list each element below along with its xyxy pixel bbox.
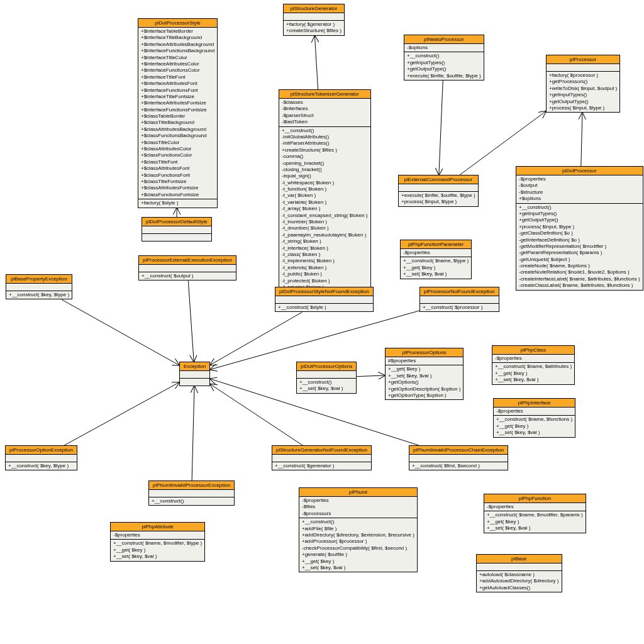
class-methods: +__construct( $key, $type ): [6, 291, 72, 299]
class-title: plDotProcessorDefaultStyle: [142, 218, 211, 226]
class-methods: +__construct( $name, $modifier, $type )+…: [111, 540, 204, 560]
class-plProcessorExternalExecutionException: plProcessorExternalExecutionException +_…: [138, 255, 236, 280]
class-plDotProcessorStyleNotFoundException: plDotProcessorStyleNotFoundException +__…: [275, 287, 374, 312]
edge: [210, 312, 302, 365]
class-attributes: [420, 296, 499, 304]
class-methods: +__construct()+__set( $key, $val ): [297, 379, 356, 393]
class-methods: +__construct( $style ): [275, 304, 373, 311]
class-plDotProcessorDefaultStyle: plDotProcessorDefaultStyle: [142, 217, 212, 242]
class-plBasePropertyException: plBasePropertyException +__construct( $k…: [6, 274, 72, 299]
class-title: Exception: [180, 362, 209, 371]
class-plPhpAttribute: plPhpAttribute-$properties+__construct( …: [110, 522, 205, 562]
class-title: plDotProcessorOptions: [297, 362, 356, 371]
class-plDotProcessorOptions: plDotProcessorOptions +__construct()+__s…: [296, 362, 357, 394]
class-attributes: [275, 296, 373, 304]
edge: [64, 382, 179, 445]
class-attributes: [6, 455, 77, 462]
class-attributes: [180, 371, 209, 379]
class-title: plPhpInterface: [494, 399, 575, 408]
class-methods: +__construct()-initGlobalAttributes()-in…: [279, 127, 370, 311]
class-title: plPhpAttribute: [111, 523, 204, 531]
class-attributes: -$properties: [111, 531, 204, 540]
class-methods: +__get( $key )+__set( $key, $val )+getOp…: [386, 365, 463, 399]
class-methods: +__construct()+getInputTypes()+getOutput…: [404, 52, 484, 80]
class-plPhumlInvalidProcessorChainException: plPhumlInvalidProcessorChainException +_…: [409, 445, 508, 470]
class-methods: +__construct( $key, $type ): [6, 462, 77, 470]
edge: [460, 111, 546, 175]
class-plExternalCommandProcessor: plExternalCommandProcessor +execute( $in…: [398, 175, 479, 207]
class-attributes: [284, 13, 344, 21]
class-plBase: plBase +autoload( $classname )+addAutolo…: [476, 554, 562, 592]
class-plProcessorOptionException: plProcessorOptionException +__construct(…: [5, 445, 77, 470]
class-methods: +factory( $processor )+getProcessors()+w…: [547, 72, 619, 112]
class-title: plBase: [477, 555, 562, 564]
edge: [357, 375, 385, 377]
class-methods: +__construct()+addFile( $file )+addDirec…: [299, 518, 417, 572]
class-attributes: -$properties: [492, 355, 574, 363]
class-title: plPhpFunction: [484, 494, 586, 503]
class-title: plProcessorOptions: [386, 348, 463, 357]
class-methods: +__construct( $first, $second ): [409, 462, 508, 470]
class-plPhumlInvalidProcessorException: plPhumlInvalidProcessorException +__cons…: [148, 480, 235, 506]
class-title: plNeatoProcessor: [404, 35, 484, 44]
class-title: plStructureTokenizerGenerator: [279, 90, 370, 99]
class-title: plDotProcessor: [516, 167, 643, 175]
class-plProcessorOptions: plProcessorOptions#$properties+__get( $k…: [385, 348, 464, 400]
edge: [62, 299, 179, 365]
edge: [314, 36, 318, 89]
class-attributes: -$properties: [401, 249, 471, 257]
class-methods: +__construct( $name, $type )+__get( $key…: [401, 257, 471, 278]
class-title: plPhpFunctionParameter: [401, 240, 471, 249]
class-methods: +factory( $style ): [138, 199, 217, 207]
class-plStructureGenerator: plStructureGenerator +factory( $generato…: [283, 4, 345, 36]
class-methods: +__construct( $name, $modifier, $params …: [484, 511, 586, 532]
class-methods: [142, 234, 211, 241]
class-methods: +__construct( $processor ): [420, 304, 499, 311]
class-methods: +__construct( $name, $functions )+__get(…: [494, 416, 575, 436]
class-attributes: -$properties: [484, 503, 586, 511]
class-attributes: [409, 455, 508, 462]
class-plPhpFunctionParameter: plPhpFunctionParameter-$properties+__con…: [400, 240, 472, 279]
class-plPhpClass: plPhpClass-$properties+__construct( $nam…: [492, 345, 575, 385]
edge: [188, 280, 194, 362]
class-title: plPhuml: [299, 488, 417, 497]
class-title: plPhpClass: [492, 346, 574, 355]
class-attributes: [149, 490, 234, 497]
edge: [192, 386, 194, 480]
class-plDotProcessor: plDotProcessor-$properties-$output-$stru…: [516, 166, 643, 291]
class-methods: [180, 379, 209, 386]
class-Exception: Exception: [179, 362, 210, 386]
class-attributes: -$classes-$interfaces-$parserStruct-$las…: [279, 99, 370, 127]
class-title: plStructureGeneratorNotFoundException: [272, 446, 371, 455]
class-attributes: -$options: [404, 44, 484, 52]
class-plStructureTokenizerGenerator: plStructureTokenizerGenerator-$classes-$…: [279, 89, 371, 312]
class-methods: +__construct(): [149, 497, 234, 505]
class-attributes: [547, 64, 619, 72]
class-attributes: [139, 265, 236, 272]
class-title: plExternalCommandProcessor: [399, 175, 478, 184]
class-title: plPhumlInvalidProcessorChainException: [409, 446, 508, 455]
class-plDotProcessorStyle: plDotProcessorStyle+$interfaceTableBorde…: [138, 18, 218, 208]
class-attributes: #$properties: [386, 357, 463, 365]
class-title: plBasePropertyException: [6, 275, 72, 284]
edge: [581, 113, 582, 166]
class-attributes: [477, 564, 562, 571]
edge: [210, 384, 303, 445]
class-title: plProcessorExternalExecutionException: [139, 256, 236, 265]
class-title: plProcessor: [547, 55, 619, 64]
class-title: plStructureGenerator: [284, 4, 344, 13]
class-methods: +__construct()+getInputTypes()+getOutput…: [516, 204, 643, 290]
class-methods: +execute( $infile, $outfile, $type )+pro…: [399, 192, 478, 206]
class-plProcessor: plProcessor +factory( $processor )+getPr…: [546, 55, 620, 113]
class-attributes: +$interfaceTableBorder+$interfaceTitleBa…: [138, 28, 217, 199]
class-plPhuml: plPhuml-$properties-$files-$processors+_…: [299, 487, 418, 572]
class-methods: +__construct( $name, $attributes )+__get…: [492, 363, 574, 384]
class-methods: +__construct( $output ): [139, 272, 236, 280]
class-attributes: -$properties-$output-$structure+$options: [516, 175, 643, 204]
class-title: plProcessorOptionException: [6, 446, 77, 455]
class-attributes: -$properties: [494, 408, 575, 416]
class-methods: +factory( $generator )+createStructure( …: [284, 21, 344, 35]
class-attributes: [399, 184, 478, 192]
edge: [439, 80, 443, 175]
class-attributes: [297, 371, 356, 379]
